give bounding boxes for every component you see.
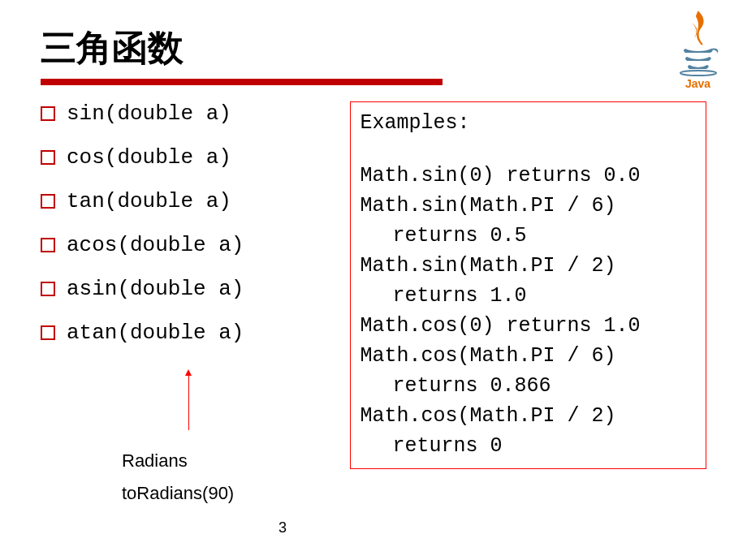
examples-box: Examples: Math.sin(0) returns 0.0 Math.s… <box>350 101 706 469</box>
example-line: Math.sin(Math.PI / 6) <box>361 192 696 220</box>
bullet-icon <box>41 282 55 296</box>
slide-content: Java 三角函数 sin(double a) cos(double a) ta… <box>0 0 747 493</box>
function-name: acos(double a) <box>67 233 244 257</box>
example-line: returns 1.0 <box>361 282 696 310</box>
example-line: Math.cos(Math.PI / 6) <box>361 342 696 370</box>
function-list-column: sin(double a) cos(double a) tan(double a… <box>41 101 342 469</box>
svg-text:Java: Java <box>685 77 710 89</box>
function-item: asin(double a) <box>41 277 342 301</box>
function-item: sin(double a) <box>41 101 342 126</box>
function-name: tan(double a) <box>67 189 231 213</box>
example-line: Math.sin(0) returns 0.0 <box>361 162 696 190</box>
function-list: sin(double a) cos(double a) tan(double a… <box>41 101 342 345</box>
bullet-icon <box>41 238 55 252</box>
slide-title: 三角函数 <box>41 24 706 72</box>
example-line: Math.cos(0) returns 1.0 <box>361 312 696 340</box>
bullet-icon <box>41 194 55 209</box>
toradians-annotation: toRadians(90) <box>122 483 234 504</box>
bullet-icon <box>41 106 55 121</box>
function-name: sin(double a) <box>67 101 231 126</box>
example-line: Math.sin(Math.PI / 2) <box>361 252 696 280</box>
bullet-icon <box>41 150 55 165</box>
content-area: sin(double a) cos(double a) tan(double a… <box>41 101 706 469</box>
example-line: returns 0.866 <box>361 372 696 400</box>
function-item: atan(double a) <box>41 321 342 345</box>
page-number: 3 <box>279 519 287 536</box>
function-item: tan(double a) <box>41 189 342 213</box>
bullet-icon <box>41 325 55 340</box>
java-logo-icon: Java <box>674 8 723 89</box>
examples-heading: Examples: <box>361 109 696 137</box>
function-name: cos(double a) <box>67 145 231 170</box>
radians-annotation: Radians <box>122 450 188 472</box>
svg-point-0 <box>680 71 716 75</box>
example-line: Math.cos(Math.PI / 2) <box>361 402 696 430</box>
function-item: cos(double a) <box>41 145 342 170</box>
example-line: returns 0 <box>361 432 696 460</box>
title-divider <box>41 79 443 85</box>
function-item: acos(double a) <box>41 233 342 257</box>
example-line: returns 0.5 <box>361 222 696 250</box>
function-name: atan(double a) <box>67 321 244 345</box>
function-name: asin(double a) <box>67 277 244 301</box>
